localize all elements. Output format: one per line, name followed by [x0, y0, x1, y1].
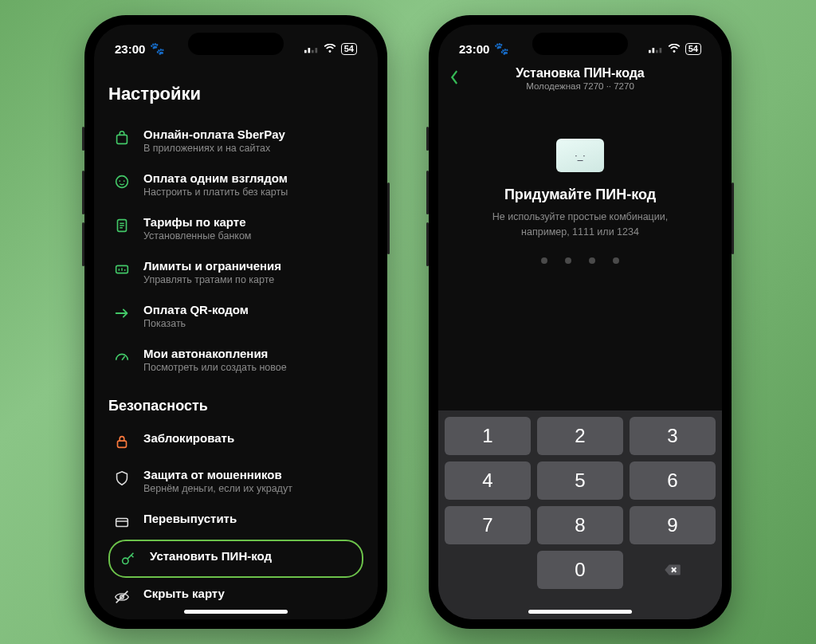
- svg-rect-28: [652, 48, 654, 53]
- svg-rect-0: [304, 49, 307, 53]
- row-title: Защита от мошенников: [143, 468, 359, 481]
- page-title: Настройки: [108, 84, 363, 104]
- settings-row-key[interactable]: Установить ПИН-код: [108, 540, 363, 578]
- status-time: 23:00: [459, 42, 489, 56]
- row-subtitle: Установленные банком: [143, 230, 359, 242]
- key-icon: [120, 551, 137, 568]
- eyeoff-icon: [113, 588, 131, 606]
- security-heading: Безопасность: [108, 398, 363, 414]
- svg-point-4: [328, 49, 331, 52]
- keypad-key-1[interactable]: 1: [445, 417, 531, 455]
- keypad-blank: [445, 551, 531, 589]
- numeric-keypad: 1234567890: [438, 410, 722, 619]
- row-subtitle: Управлять тратами по карте: [143, 274, 359, 285]
- signal-icon: [649, 42, 663, 56]
- row-title: Заблокировать: [143, 431, 359, 445]
- home-indicator[interactable]: [184, 610, 288, 614]
- home-indicator[interactable]: [528, 610, 632, 614]
- settings-row-shield[interactable]: Защита от мошенниковВернём деньги, если …: [108, 459, 363, 503]
- settings-row-bag[interactable]: Онлайн-оплата SberPayВ приложениях и на …: [108, 119, 363, 163]
- signal-icon: [304, 42, 319, 56]
- keypad-key-0[interactable]: 0: [537, 551, 623, 589]
- wifi-icon: [668, 42, 681, 56]
- nav-subtitle: Молодежная 7270 ·· 7270: [480, 81, 681, 91]
- phone-left: 23:00 🐾 54 Настройки Онлайн-оплата SberP…: [84, 15, 387, 629]
- svg-rect-2: [312, 49, 314, 53]
- battery-icon: 54: [685, 43, 701, 55]
- settings-row-card[interactable]: Перевыпустить: [108, 503, 363, 540]
- lock-icon: [113, 433, 131, 450]
- nav-title: Установка ПИН-кода: [480, 66, 681, 80]
- svg-point-8: [124, 180, 125, 182]
- face-icon: [113, 173, 131, 190]
- row-subtitle: Посмотреть или создать новое: [143, 362, 359, 373]
- card-illustration-icon: ·_·: [556, 139, 604, 172]
- card-icon: [113, 513, 131, 531]
- svg-point-6: [116, 176, 128, 188]
- row-title: Оплата одним взглядом: [143, 171, 359, 185]
- bag-icon: [113, 129, 131, 147]
- row-title: Установить ПИН-код: [150, 549, 352, 563]
- keypad-key-2[interactable]: 2: [537, 417, 623, 455]
- svg-rect-3: [315, 48, 317, 53]
- row-title: Скрыть карту: [143, 587, 359, 600]
- svg-rect-1: [308, 48, 310, 53]
- svg-rect-18: [118, 441, 127, 447]
- row-title: Перевыпустить: [143, 512, 359, 525]
- row-subtitle: В приложениях и на сайтах: [143, 143, 359, 154]
- keypad-key-6[interactable]: 6: [630, 461, 716, 500]
- keypad-key-3[interactable]: 3: [630, 417, 716, 455]
- pin-dots: [461, 257, 700, 264]
- keypad-key-5[interactable]: 5: [537, 461, 623, 500]
- svg-line-17: [122, 356, 125, 360]
- settings-row-doc[interactable]: Тарифы по картеУстановленные банком: [108, 206, 363, 250]
- keypad-key-9[interactable]: 9: [630, 506, 716, 544]
- row-subtitle: Показать: [143, 318, 359, 329]
- settings-row-close[interactable]: Закрыть: [108, 615, 363, 619]
- battery-icon: 54: [341, 43, 357, 55]
- keypad-key-7[interactable]: 7: [445, 506, 531, 544]
- back-button[interactable]: [449, 69, 473, 89]
- settings-row-face[interactable]: Оплата одним взглядомНастроить и платить…: [108, 163, 363, 206]
- status-time: 23:00: [115, 42, 145, 56]
- shield-icon: [113, 469, 131, 487]
- svg-rect-19: [116, 518, 128, 526]
- paw-icon: 🐾: [494, 41, 509, 56]
- arrow-icon: [113, 304, 131, 322]
- doc-icon: [113, 217, 131, 234]
- pin-hint: Не используйте простые комбинации,наприм…: [461, 210, 700, 240]
- screen-settings: 23:00 🐾 54 Настройки Онлайн-оплата SberP…: [94, 25, 378, 619]
- row-subtitle: Настроить и платить без карты: [143, 187, 359, 198]
- keypad-key-8[interactable]: 8: [537, 506, 623, 544]
- gauge-icon: [113, 348, 131, 366]
- svg-point-21: [123, 558, 128, 564]
- svg-rect-29: [656, 49, 658, 53]
- row-title: Оплата QR-кодом: [143, 303, 359, 316]
- keypad-delete-button[interactable]: [630, 551, 716, 589]
- sliders-icon: [113, 261, 131, 278]
- wifi-icon: [324, 42, 336, 56]
- settings-row-arrow[interactable]: Оплата QR-кодомПоказать: [108, 294, 363, 338]
- svg-point-31: [673, 49, 675, 52]
- svg-line-23: [116, 591, 128, 603]
- pin-title: Придумайте ПИН-код: [461, 187, 700, 203]
- svg-rect-30: [659, 48, 661, 53]
- row-subtitle: Вернём деньги, если их украдут: [143, 483, 359, 494]
- svg-rect-5: [117, 135, 128, 143]
- settings-row-sliders[interactable]: Лимиты и ограниченияУправлять тратами по…: [108, 250, 363, 294]
- paw-icon: 🐾: [150, 41, 165, 56]
- row-title: Мои автонакопления: [143, 347, 359, 360]
- keypad-key-4[interactable]: 4: [445, 461, 531, 500]
- phone-right: 23:00 🐾 54 Установка ПИН-кода Молодежная…: [429, 15, 732, 629]
- row-title: Онлайн-оплата SberPay: [143, 128, 359, 141]
- row-title: Тарифы по карте: [143, 215, 359, 229]
- settings-row-lock[interactable]: Заблокировать: [108, 422, 363, 459]
- svg-point-7: [119, 180, 120, 182]
- settings-row-gauge[interactable]: Мои автонакопленияПосмотреть или создать…: [108, 338, 363, 382]
- screen-pin: 23:00 🐾 54 Установка ПИН-кода Молодежная…: [438, 25, 722, 619]
- row-title: Лимиты и ограничения: [143, 259, 359, 273]
- svg-rect-27: [649, 49, 651, 53]
